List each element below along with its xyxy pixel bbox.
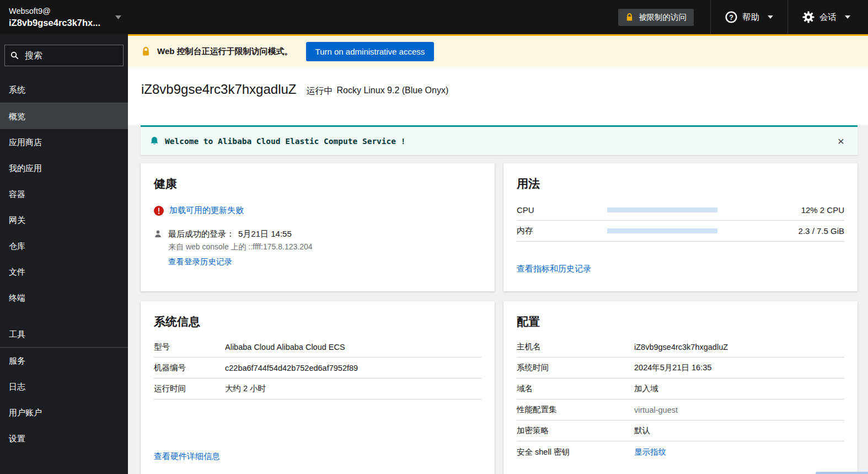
updates-error-row: 加载可用的更新失败	[154, 205, 481, 216]
domain-label: 域名	[517, 384, 634, 394]
close-icon: ×	[838, 135, 844, 147]
svg-text:?: ?	[729, 14, 733, 22]
domain-row: 域名 加入域	[517, 379, 844, 400]
masthead: 被限制的访问 ? 帮助	[128, 0, 868, 34]
user-icon	[154, 230, 162, 267]
usage-card-title: 用法	[517, 177, 844, 191]
restricted-access-label: 被限制的访问	[639, 12, 687, 23]
admin-access-button[interactable]: Turn on administrative access	[306, 42, 435, 61]
search-box[interactable]	[4, 45, 124, 66]
help-menu[interactable]: ? 帮助	[710, 0, 787, 34]
system-time-row: 系统时间 2024年5月21日 16:35	[517, 358, 844, 379]
alert-close-button[interactable]: ×	[834, 134, 848, 148]
session-label: 会话	[819, 12, 837, 23]
nav-section-tools: 工具	[0, 323, 128, 348]
login-origin: 来自 web console 上的 ::ffff:175.8.123.204	[168, 242, 313, 252]
system-info-rows: 型号 Alibaba Cloud Alibaba Cloud ECS 机器编号 …	[154, 337, 481, 400]
cpu-progressbar	[607, 207, 717, 212]
cpu-row: CPU 12% 2 CPU	[517, 200, 844, 221]
nav-item-terminal[interactable]: 终端	[0, 285, 128, 311]
performance-profile-label: 性能配置集	[517, 404, 634, 415]
config-card-title: 配置	[517, 315, 844, 329]
last-login-row: 最后成功的登录：5月21日 14:55 来自 web console 上的 ::…	[154, 229, 481, 267]
nav-item-overview[interactable]: 概览	[0, 103, 128, 129]
error-circle-icon	[154, 206, 164, 216]
nav-item-files[interactable]: 文件	[0, 259, 128, 285]
host-switcher-label: Websoft9@ iZ8vb9gse4rc3k7hx...	[9, 6, 115, 28]
updates-error-link[interactable]: 加载可用的更新失败	[169, 205, 244, 216]
question-circle-icon: ?	[725, 11, 737, 23]
memory-value: 2.3 / 7.5 GiB	[717, 226, 844, 236]
main-area: 被限制的访问 ? 帮助	[128, 0, 868, 474]
machine-id-value: c22ba6f744f54d42b752ed6af7952f89	[225, 364, 358, 372]
uptime-row: 运行时间 大约 2 小时	[154, 379, 481, 400]
cpu-label: CPU	[517, 205, 607, 215]
hardware-details-link[interactable]: 查看硬件详细信息	[154, 451, 220, 462]
nav-item-logs[interactable]: 日志	[0, 374, 128, 400]
os-name: Rocky Linux 9.2 (Blue Onyx)	[337, 86, 449, 97]
system-time-value: 2024年5月21日 16:35	[634, 363, 711, 373]
nav-section-system: 系统	[0, 78, 128, 103]
hostname-row: 主机名 iZ8vb9gse4rc3k7hxgadluZ	[517, 337, 844, 358]
restricted-access-badge[interactable]: 被限制的访问	[618, 9, 694, 26]
run-state: 运行中	[307, 86, 333, 97]
health-card: 健康 加载可用的更新失败 最后成功的登录：5月21日 14:55	[141, 163, 495, 291]
domain-value: 加入域	[634, 384, 658, 394]
system-info-title: 系统信息	[154, 315, 481, 329]
last-login-line: 最后成功的登录：5月21日 14:55	[168, 229, 313, 239]
hostname-value: iZ8vb9gse4rc3k7hxgadluZ	[634, 343, 728, 351]
nav-item-gateway[interactable]: 网关	[0, 207, 128, 233]
hostname-label: 主机名	[517, 342, 634, 352]
card-grid: 健康 加载可用的更新失败 最后成功的登录：5月21日 14:55	[141, 163, 858, 474]
crypto-policy-row: 加密策略 默认	[517, 420, 844, 441]
system-time-label: 系统时间	[517, 363, 634, 373]
help-label: 帮助	[742, 12, 759, 23]
welcome-alert: Welcome to Alibaba Cloud Elastic Compute…	[141, 125, 858, 155]
sidebar-nav: 系统 概览 应用商店 我的应用 容器 网关 仓库 文件 终端 工具 服务 日志 …	[0, 66, 128, 474]
search-input[interactable]	[24, 50, 117, 61]
tooltip-edge	[816, 472, 868, 474]
memory-label: 内存	[517, 226, 607, 236]
nav-item-services[interactable]: 服务	[0, 348, 128, 374]
crypto-policy-value: 默认	[634, 425, 650, 436]
cpu-value: 12% 2 CPU	[717, 205, 844, 215]
hostname: iZ8vb9gse4rc3k7hx...	[9, 17, 115, 28]
nav-item-accounts[interactable]: 用户账户	[0, 400, 128, 425]
fingerprint-link[interactable]: 显示指纹	[634, 447, 666, 457]
usage-rows: CPU 12% 2 CPU 内存 2.3 / 7.5 GiB	[517, 200, 844, 242]
config-rows: 主机名 iZ8vb9gse4rc3k7hxgadluZ 系统时间 2024年5月…	[517, 337, 844, 462]
content-area: Welcome to Alibaba Cloud Elastic Compute…	[128, 125, 868, 474]
uptime-value: 大约 2 小时	[225, 384, 266, 394]
sidebar: Websoft9@ iZ8vb9gse4rc3k7hx... 系统 概览 应用商…	[0, 0, 128, 474]
model-row: 型号 Alibaba Cloud Alibaba Cloud ECS	[154, 337, 481, 358]
uptime-label: 运行时间	[154, 384, 225, 394]
bell-icon	[150, 136, 159, 146]
nav-item-settings[interactable]: 设置	[0, 425, 128, 451]
welcome-alert-text: Welcome to Alibaba Cloud Elastic Compute…	[165, 137, 406, 146]
chevron-down-icon	[768, 15, 773, 19]
memory-row: 内存 2.3 / 7.5 GiB	[517, 221, 844, 242]
ssh-keys-row: 安全 shell 密钥 显示指纹	[517, 441, 844, 462]
ssh-keys-label: 安全 shell 密钥	[517, 447, 634, 457]
gear-icon	[802, 11, 815, 23]
sidebar-search	[4, 45, 124, 66]
system-info-card: 系统信息 型号 Alibaba Cloud Alibaba Cloud ECS …	[141, 301, 495, 474]
performance-profile-row: 性能配置集 virtual-guest	[517, 400, 844, 420]
limited-access-message: Web 控制台正运行于限制访问模式。	[157, 46, 293, 57]
machine-id-label: 机器编号	[154, 363, 225, 373]
lock-icon	[625, 13, 634, 22]
metrics-history-link[interactable]: 查看指标和历史记录	[517, 264, 591, 274]
machine-id-row: 机器编号 c22ba6f744f54d42b752ed6af7952f89	[154, 358, 481, 379]
page-title: iZ8vb9gse4rc3k7hxgadluZ	[141, 82, 297, 97]
nav-item-containers[interactable]: 容器	[0, 181, 128, 207]
host-switcher[interactable]: Websoft9@ iZ8vb9gse4rc3k7hx...	[0, 0, 128, 34]
chevron-down-icon	[115, 15, 121, 19]
nav-item-repository[interactable]: 仓库	[0, 233, 128, 259]
session-menu[interactable]: 会话	[787, 0, 868, 34]
config-card: 配置 主机名 iZ8vb9gse4rc3k7hxgadluZ 系统时间 2024…	[503, 301, 858, 474]
last-login-texts: 最后成功的登录：5月21日 14:55 来自 web console 上的 ::…	[168, 229, 313, 267]
nav-item-my-apps[interactable]: 我的应用	[0, 155, 128, 181]
last-login-label: 最后成功的登录：	[168, 229, 234, 238]
nav-item-app-store[interactable]: 应用商店	[0, 129, 128, 155]
login-history-link[interactable]: 查看登录历史记录	[168, 257, 232, 267]
